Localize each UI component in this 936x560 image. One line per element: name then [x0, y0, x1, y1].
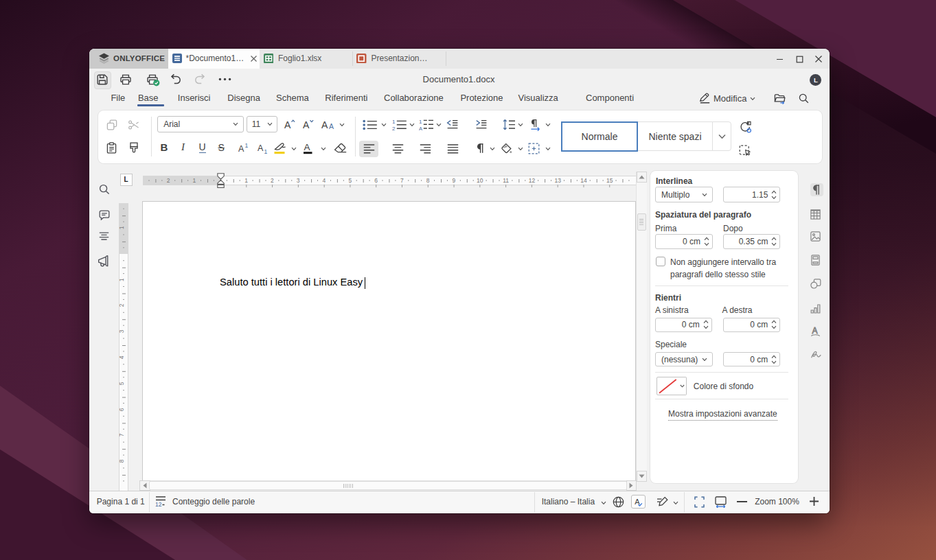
svg-text:A: A [812, 326, 818, 336]
svg-text:A: A [284, 119, 291, 130]
svg-text:A: A [321, 119, 328, 130]
svg-text:2: 2 [392, 125, 396, 130]
svg-text:12: 12 [155, 500, 162, 507]
svg-text:1: 1 [264, 148, 267, 154]
svg-text:A: A [329, 121, 334, 130]
svg-text:A: A [238, 144, 244, 153]
svg-text:A: A [303, 119, 310, 130]
svg-text:A: A [635, 498, 640, 506]
svg-text:1: 1 [244, 143, 248, 149]
svg-text:1: 1 [419, 119, 422, 125]
svg-text:A: A [258, 143, 264, 153]
svg-text:A: A [419, 125, 422, 130]
svg-text:A: A [304, 142, 310, 152]
svg-text:1: 1 [392, 119, 396, 125]
